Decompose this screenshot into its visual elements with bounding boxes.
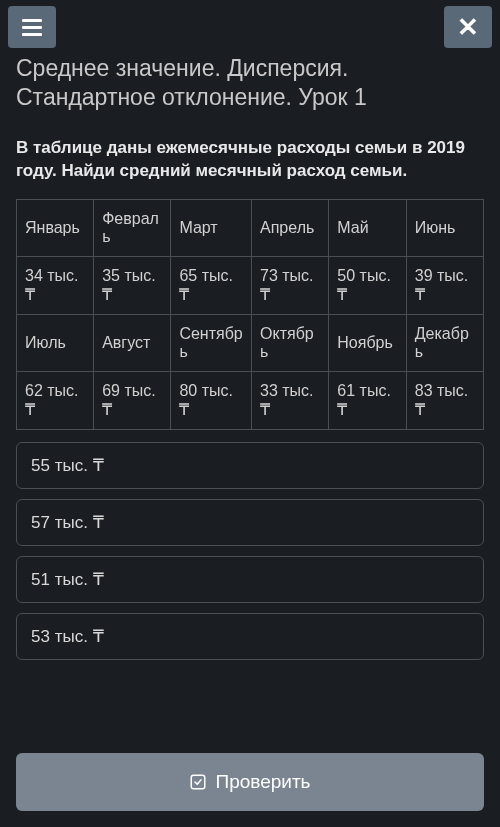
table-cell: Май — [329, 200, 406, 257]
answer-option[interactable]: 57 тыс. ₸ — [16, 499, 484, 546]
answer-option[interactable]: 53 тыс. ₸ — [16, 613, 484, 660]
table-cell: Ноябрь — [329, 315, 406, 372]
close-icon: ✕ — [457, 14, 479, 40]
table-cell: 62 тыс. ₸ — [17, 372, 94, 430]
table-cell: 33 тыс. ₸ — [252, 372, 329, 430]
table-cell: 50 тыс. ₸ — [329, 257, 406, 315]
table-cell: 39 тыс. ₸ — [406, 257, 483, 315]
table-cell: Февраль — [94, 200, 171, 257]
table-cell: Июнь — [406, 200, 483, 257]
table-row: Январь Февраль Март Апрель Май Июнь — [17, 200, 484, 257]
table-cell: 65 тыс. ₸ — [171, 257, 252, 315]
svg-rect-0 — [192, 775, 206, 789]
answer-option-label: 53 тыс. ₸ — [31, 627, 104, 646]
table-cell: Январь — [17, 200, 94, 257]
table-cell: Июль — [17, 315, 94, 372]
table-cell: 61 тыс. ₸ — [329, 372, 406, 430]
page-title: Среднее значение. Дисперсия. Стандартное… — [16, 54, 484, 112]
check-button[interactable]: Проверить — [16, 753, 484, 811]
table-row: 34 тыс. ₸ 35 тыс. ₸ 65 тыс. ₸ 73 тыс. ₸ … — [17, 257, 484, 315]
hamburger-icon — [22, 19, 42, 36]
table-cell: Декабрь — [406, 315, 483, 372]
answer-option[interactable]: 55 тыс. ₸ — [16, 442, 484, 489]
table-cell: 73 тыс. ₸ — [252, 257, 329, 315]
table-cell: 35 тыс. ₸ — [94, 257, 171, 315]
table-row: 62 тыс. ₸ 69 тыс. ₸ 80 тыс. ₸ 33 тыс. ₸ … — [17, 372, 484, 430]
question-text: В таблице даны ежемесячные расходы семьи… — [16, 136, 484, 184]
check-button-label: Проверить — [215, 771, 310, 793]
table-row: Июль Август Сентябрь Октябрь Ноябрь Дека… — [17, 315, 484, 372]
check-icon — [189, 773, 207, 791]
table-cell: Март — [171, 200, 252, 257]
table-cell: 69 тыс. ₸ — [94, 372, 171, 430]
close-button[interactable]: ✕ — [444, 6, 492, 48]
table-cell: 80 тыс. ₸ — [171, 372, 252, 430]
answer-option[interactable]: 51 тыс. ₸ — [16, 556, 484, 603]
table-cell: Август — [94, 315, 171, 372]
menu-button[interactable] — [8, 6, 56, 48]
table-cell: 83 тыс. ₸ — [406, 372, 483, 430]
table-cell: Апрель — [252, 200, 329, 257]
table-cell: Октябрь — [252, 315, 329, 372]
answer-option-label: 51 тыс. ₸ — [31, 570, 104, 589]
answer-option-label: 55 тыс. ₸ — [31, 456, 104, 475]
answer-option-label: 57 тыс. ₸ — [31, 513, 104, 532]
data-table: Январь Февраль Март Апрель Май Июнь 34 т… — [16, 199, 484, 430]
table-cell: Сентябрь — [171, 315, 252, 372]
table-cell: 34 тыс. ₸ — [17, 257, 94, 315]
